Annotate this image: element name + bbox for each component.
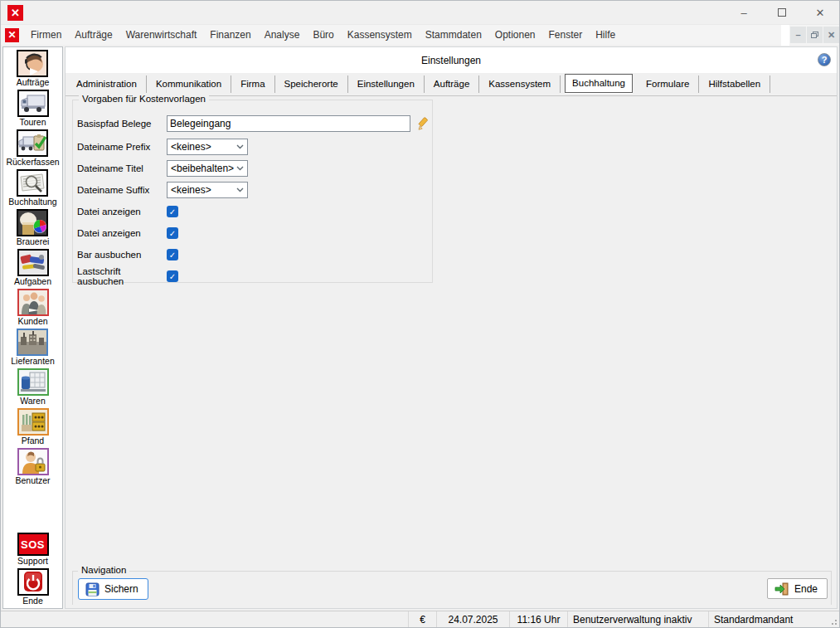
settings-panel: Einstellungen ? Administration Kommunika… <box>65 46 838 609</box>
selected-value: <keines> <box>171 184 211 196</box>
bar-ausbuchen-checkbox[interactable]: ✓ <box>167 249 178 260</box>
window-minimize-button[interactable]: – <box>725 1 763 24</box>
mdi-app-x-icon[interactable]: ✕ <box>5 28 19 42</box>
menu-analyse[interactable]: Analyse <box>258 25 307 46</box>
menu-optionen[interactable]: Optionen <box>488 25 542 46</box>
window-maximize-button[interactable] <box>763 1 801 24</box>
basispfad-input[interactable] <box>167 115 410 132</box>
brewery-icon <box>18 211 46 235</box>
field-label: Lastschrift ausbuchen <box>77 266 167 286</box>
menu-kassensystem[interactable]: Kassensystem <box>341 25 419 46</box>
datei-anzeigen-checkbox-1[interactable]: ✓ <box>167 206 178 217</box>
page-title: Einstellungen <box>66 55 837 66</box>
restore-icon <box>811 32 818 38</box>
app-window: ✕ – ✕ ✕ Firmen Aufträge Warenwirtschaft … <box>0 0 840 628</box>
sidebar-item-brauerei[interactable]: Brauerei <box>17 209 50 246</box>
resize-grip[interactable] <box>829 617 838 626</box>
sidebar-label: Buchhaltung <box>8 197 56 207</box>
sidebar-label: Brauerei <box>17 236 50 246</box>
status-empty-segment <box>1 611 408 627</box>
menu-buero[interactable]: Büro <box>306 25 340 46</box>
menu-stammdaten[interactable]: Stammdaten <box>419 25 488 46</box>
help-icon[interactable]: ? <box>818 53 831 66</box>
tab-einstellungen[interactable]: Einstellungen <box>348 75 425 93</box>
menu-bar: ✕ Firmen Aufträge Warenwirtschaft Finanz… <box>1 24 839 45</box>
menu-finanzen[interactable]: Finanzen <box>203 25 257 46</box>
tab-administration[interactable]: Administration <box>67 75 147 93</box>
groupbox-title: Vorgaben für Kostenvorlagen <box>79 94 209 104</box>
pencil-icon <box>417 117 431 131</box>
tab-buchhaltung[interactable]: Buchhaltung <box>565 74 633 93</box>
chevron-down-icon <box>236 187 244 192</box>
sidebar-item-ende[interactable]: Ende <box>17 568 49 606</box>
sidebar-item-kunden[interactable]: Kunden <box>17 289 49 326</box>
mdi-restore-button[interactable] <box>807 27 823 43</box>
sidebar: Aufträge Touren <box>2 46 63 609</box>
field-label: Dateiname Titel <box>77 163 167 173</box>
menu-fenster[interactable]: Fenster <box>542 25 590 46</box>
exit-door-icon <box>774 582 789 596</box>
mdi-strip <box>781 25 789 46</box>
mdi-minimize-button[interactable]: – <box>790 27 806 43</box>
status-date: 24.07.2025 <box>436 611 509 627</box>
save-button-label: Sichern <box>104 583 138 595</box>
menu-hilfe[interactable]: Hilfe <box>589 25 622 46</box>
sidebar-item-buchhaltung[interactable]: Buchhaltung <box>8 169 56 207</box>
tab-hilfstabellen[interactable]: Hilfstabellen <box>699 75 770 93</box>
field-label: Datei anzeigen <box>77 207 167 217</box>
selected-value: <keines> <box>171 141 211 153</box>
sidebar-item-touren[interactable]: Touren <box>17 90 49 127</box>
sidebar-label: Pfand <box>22 436 44 445</box>
menu-warenwirtschaft[interactable]: Warenwirtschaft <box>119 25 204 46</box>
sidebar-label: Aufträge <box>17 77 50 87</box>
tab-formulare[interactable]: Formulare <box>637 75 699 93</box>
floppy-disk-icon <box>85 582 100 596</box>
sidebar-item-waren[interactable]: Waren <box>17 368 49 406</box>
status-time: 11:16 Uhr <box>509 611 567 627</box>
window-close-button[interactable]: ✕ <box>801 1 839 24</box>
goods-icon <box>19 370 47 394</box>
tab-auftraege[interactable]: Aufträge <box>425 75 479 93</box>
sidebar-label: Benutzer <box>15 475 50 485</box>
checkbox-row: Lastschrift ausbuchen ✓ <box>73 265 432 287</box>
field-label: Datei anzeigen <box>77 228 167 238</box>
menu-auftraege[interactable]: Aufträge <box>68 25 119 46</box>
save-button[interactable]: Sichern <box>78 578 148 600</box>
sidebar-item-lieferanten[interactable]: Lieferanten <box>11 329 55 366</box>
sidebar-item-auftraege[interactable]: Aufträge <box>17 50 50 87</box>
field-label: Dateiname Suffix <box>77 185 167 195</box>
navigation-groupbox: Navigation Sichern <box>72 571 832 605</box>
mdi-close-button[interactable]: ✕ <box>823 27 839 43</box>
sidebar-label: Ende <box>22 596 43 606</box>
menu-firmen[interactable]: Firmen <box>24 25 68 46</box>
tab-kommunikation[interactable]: Kommunikation <box>147 75 231 93</box>
sidebar-item-aufgaben[interactable]: Aufgaben <box>14 249 51 286</box>
factory-icon <box>18 330 46 354</box>
edit-pencil-button[interactable] <box>417 117 431 131</box>
chevron-down-icon <box>236 144 244 149</box>
sidebar-item-benutzer[interactable]: Benutzer <box>15 448 50 485</box>
app-logo-x-icon: ✕ <box>7 5 23 21</box>
panel-header: Einstellungen ? <box>66 47 837 73</box>
field-label: Bar ausbuchen <box>77 250 167 260</box>
titel-row: Dateiname Titel <beibehalten> <box>73 158 432 179</box>
tab-speicherorte[interactable]: Speicherorte <box>275 75 348 93</box>
tab-kassensystem[interactable]: Kassensystem <box>479 75 561 93</box>
toolbox-icon <box>19 251 47 275</box>
end-button-label: Ende <box>794 583 818 595</box>
titel-select[interactable]: <beibehalten> <box>167 160 248 177</box>
mandant-label: Standardmandant <box>714 614 793 626</box>
lastschrift-ausbuchen-checkbox[interactable]: ✓ <box>167 270 178 282</box>
tab-firma[interactable]: Firma <box>231 75 274 93</box>
suffix-select[interactable]: <keines> <box>167 182 248 198</box>
end-button[interactable]: Ende <box>767 578 828 599</box>
title-bar: ✕ – ✕ <box>1 1 839 24</box>
sidebar-label: Waren <box>20 396 46 406</box>
sidebar-item-support[interactable]: SOS Support <box>17 533 49 566</box>
sidebar-item-pfand[interactable]: Pfand <box>17 408 49 445</box>
prefix-row: Dateiname Prefix <keines> <box>73 136 432 158</box>
sidebar-label: Lieferanten <box>11 356 55 366</box>
sidebar-item-rueckerfassen[interactable]: Rückerfassen <box>6 129 59 167</box>
prefix-select[interactable]: <keines> <box>167 139 248 155</box>
datei-anzeigen-checkbox-2[interactable]: ✓ <box>167 227 178 239</box>
